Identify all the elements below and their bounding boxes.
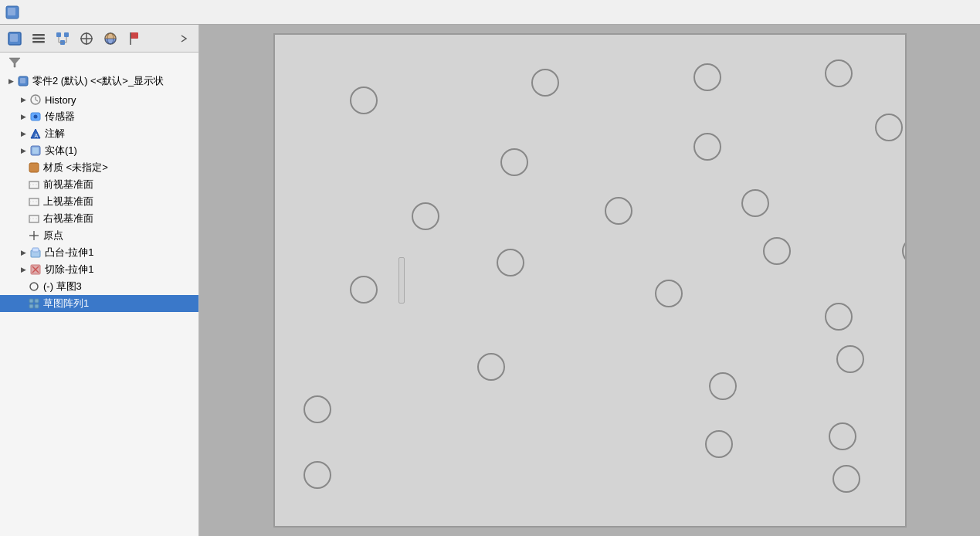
- tree-item-anno[interactable]: A 注解: [0, 125, 198, 142]
- tree-area: History 传感器 A 注解 实体(1) 材质 <未指定> 前视基准面 上视…: [0, 90, 198, 536]
- sketch-icon-sketch3: [28, 280, 40, 293]
- top-toolbar: [0, 0, 980, 25]
- label-anno: 注解: [45, 127, 65, 141]
- svg-rect-20: [131, 32, 138, 39]
- hole-12: [497, 249, 524, 276]
- svg-text:A: A: [35, 133, 39, 138]
- hole-18: [477, 353, 505, 381]
- hole-2: [693, 63, 721, 91]
- tree-item-origin[interactable]: 原点: [0, 227, 198, 244]
- panel-resize-handle[interactable]: [398, 257, 405, 304]
- svg-point-41: [33, 235, 36, 237]
- toolbar-tree-btn[interactable]: [51, 28, 74, 49]
- plane-icon-top-plane: [28, 195, 40, 208]
- svg-rect-49: [35, 299, 39, 303]
- hole-7: [741, 189, 769, 217]
- tree-item-sketch3[interactable]: (-) 草图3: [0, 278, 198, 295]
- expand-arrow-anno: [19, 129, 28, 138]
- svg-rect-31: [32, 148, 39, 154]
- tree-item-history[interactable]: History: [0, 91, 198, 108]
- expand-arrow-history: [19, 95, 28, 104]
- svg-rect-3: [10, 34, 18, 42]
- viewport: [199, 25, 980, 536]
- left-panel: 零件2 (默认) <<默认>_显示状 History 传感器 A 注解 实体(1…: [0, 25, 199, 536]
- origin-icon-origin: [28, 229, 40, 242]
- svg-rect-43: [32, 248, 39, 252]
- svg-rect-35: [29, 198, 39, 205]
- hole-6: [500, 148, 528, 176]
- pattern-icon-pattern: [28, 297, 40, 310]
- hole-1: [531, 69, 559, 97]
- main-content: 零件2 (默认) <<默认>_显示状 History 传感器 A 注解 实体(1…: [0, 25, 980, 536]
- hole-8: [412, 202, 439, 230]
- hole-10: [763, 237, 791, 265]
- label-history: History: [45, 94, 76, 106]
- toolbar-more-btn[interactable]: [172, 28, 195, 49]
- tree-item-cut-extrude[interactable]: 切除-拉伸1: [0, 261, 198, 278]
- hole-19: [705, 430, 733, 458]
- root-label: 零件2 (默认) <<默认>_显示状: [32, 74, 164, 88]
- tree-item-boss-extrude[interactable]: 凸台-拉伸1: [0, 244, 198, 261]
- canvas-area: [273, 33, 907, 528]
- svg-rect-5: [32, 37, 45, 39]
- hole-15: [825, 303, 853, 331]
- hole-13: [350, 276, 378, 304]
- svg-point-47: [30, 283, 38, 290]
- filter-btn[interactable]: [6, 54, 23, 71]
- svg-rect-51: [35, 304, 39, 308]
- expand-arrow-boss-extrude: [19, 248, 28, 257]
- toolbar-part-btn[interactable]: [3, 28, 26, 49]
- hole-23: [832, 465, 860, 493]
- label-top-plane: 上视基准面: [43, 195, 93, 209]
- tree-item-material[interactable]: 材质 <未指定>: [0, 159, 198, 176]
- toolbar-list-btn[interactable]: [27, 28, 50, 49]
- root-icon: [17, 75, 29, 87]
- hole-25: [303, 461, 331, 489]
- svg-rect-50: [29, 304, 33, 308]
- tree-item-right-plane[interactable]: 右视基准面: [0, 210, 198, 227]
- svg-marker-22: [9, 58, 20, 67]
- svg-rect-33: [29, 181, 39, 188]
- hole-3: [825, 59, 853, 87]
- svg-rect-32: [29, 163, 39, 172]
- label-material: 材质 <未指定>: [43, 161, 108, 175]
- svg-rect-24: [20, 78, 25, 83]
- svg-rect-37: [29, 215, 39, 222]
- label-pattern: 草图阵列1: [43, 297, 89, 310]
- hole-22: [303, 395, 331, 423]
- tree-root[interactable]: 零件2 (默认) <<默认>_显示状: [0, 73, 198, 90]
- part-icon-btn[interactable]: [3, 3, 22, 22]
- label-front-plane: 前视基准面: [43, 178, 93, 192]
- label-body: 实体(1): [45, 144, 77, 158]
- hole-20: [829, 422, 856, 450]
- svg-point-27: [34, 115, 38, 119]
- svg-rect-6: [32, 41, 45, 43]
- tree-item-front-plane[interactable]: 前视基准面: [0, 176, 198, 193]
- tree-item-top-plane[interactable]: 上视基准面: [0, 193, 198, 210]
- svg-rect-7: [56, 32, 61, 37]
- tree-item-sensor[interactable]: 传感器: [0, 108, 198, 125]
- hole-9: [605, 197, 632, 225]
- hole-11: [902, 237, 907, 265]
- tree-item-body[interactable]: 实体(1): [0, 142, 198, 159]
- sensor-icon-sensor: [29, 110, 42, 123]
- plane-icon-right-plane: [28, 212, 40, 225]
- svg-rect-1: [8, 8, 15, 15]
- label-sketch3: (-) 草图3: [43, 280, 82, 293]
- hole-4: [693, 133, 721, 161]
- toolbar-target-btn[interactable]: [75, 28, 98, 49]
- tree-item-pattern[interactable]: 草图阵列1: [0, 295, 198, 312]
- svg-rect-8: [64, 32, 69, 37]
- toolbar-globe-btn[interactable]: [99, 28, 122, 49]
- body-icon-body: [29, 144, 42, 157]
- toolbar-flag-btn[interactable]: [123, 28, 146, 49]
- filter-row: [0, 53, 198, 73]
- material-icon-material: [28, 161, 40, 174]
- label-origin: 原点: [43, 229, 63, 243]
- boss-icon-boss-extrude: [29, 246, 42, 259]
- svg-rect-4: [32, 34, 45, 36]
- left-panel-toolbar: [0, 25, 198, 53]
- label-cut-extrude: 切除-拉伸1: [45, 263, 94, 276]
- svg-rect-48: [29, 299, 33, 303]
- anno-icon-anno: A: [29, 127, 42, 140]
